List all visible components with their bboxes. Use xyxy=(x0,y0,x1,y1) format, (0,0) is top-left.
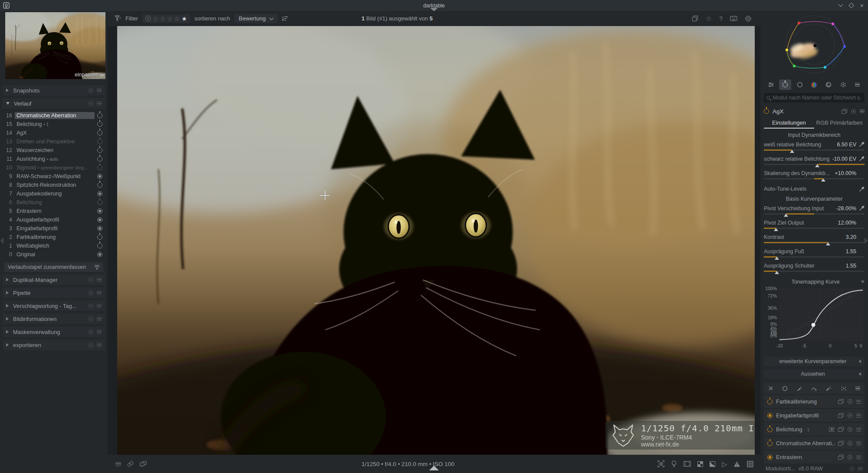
correction-modules-icon[interactable] xyxy=(822,79,835,90)
module-state-icon[interactable] xyxy=(97,235,102,240)
star-icon[interactable]: ☆ xyxy=(160,15,165,22)
favorite-modules-icon[interactable] xyxy=(794,79,806,90)
history-item[interactable]: 10 Sigmoid• szenenbezogene Vorg... xyxy=(3,163,105,172)
slider[interactable]: Pivot Ziel Output 12.00% xyxy=(764,219,865,231)
look-row[interactable]: Aussehen xyxy=(764,369,865,379)
navigation-thumbnail[interactable]: einpassen xyxy=(5,12,105,79)
presets-icon[interactable] xyxy=(856,400,861,404)
history-item[interactable]: 14 AgX xyxy=(3,129,105,137)
reset-icon[interactable] xyxy=(89,330,93,334)
reject-icon[interactable]: × xyxy=(145,16,151,21)
section-snapshots[interactable]: Snapshots xyxy=(3,85,105,96)
close-button[interactable]: × xyxy=(860,3,864,8)
module-order-footer[interactable]: Modulsorti... v5.0 RAW xyxy=(764,466,865,472)
reset-icon[interactable] xyxy=(89,343,93,347)
module-search[interactable] xyxy=(764,93,865,103)
module-row[interactable]: Entrastern xyxy=(764,451,865,463)
reset-icon[interactable] xyxy=(848,399,852,404)
active-modules-icon[interactable] xyxy=(779,79,791,90)
module-state-icon[interactable] xyxy=(97,130,102,136)
module-state-icon[interactable] xyxy=(97,208,102,214)
module-state-icon[interactable] xyxy=(97,174,102,179)
module-power-icon[interactable] xyxy=(767,399,773,404)
tonemapping-curve-header[interactable]: Tonemapping Kurve xyxy=(764,279,865,285)
softproof-icon[interactable] xyxy=(710,461,715,467)
history-item[interactable]: 4 Ausgabefarbprofil xyxy=(3,215,105,224)
module-search-input[interactable] xyxy=(773,95,862,101)
mask-presets-icon[interactable] xyxy=(855,387,860,390)
guide-lines-icon[interactable] xyxy=(747,461,753,467)
module-state-icon[interactable] xyxy=(97,156,102,162)
mask-brush-icon[interactable] xyxy=(796,386,802,391)
advanced-curve-params-row[interactable]: erweiterte Kurvenparameter xyxy=(764,357,865,366)
left-panel-section[interactable]: Duplikat-Manager xyxy=(3,275,105,285)
module-row[interactable]: Chromatische Aberrati... xyxy=(764,437,865,450)
slider-track[interactable] xyxy=(764,149,865,152)
reset-icon[interactable] xyxy=(89,317,93,321)
reset-icon[interactable] xyxy=(89,88,93,93)
reset-icon[interactable] xyxy=(89,304,93,308)
minimize-button[interactable] xyxy=(839,4,842,7)
module-state-icon[interactable] xyxy=(97,165,102,170)
presets-icon[interactable] xyxy=(860,109,865,113)
left-panel-collapse-arrow[interactable] xyxy=(0,237,3,244)
history-item[interactable]: 6 Belichtung xyxy=(3,198,105,207)
instances-icon[interactable] xyxy=(838,413,844,418)
overlays-star-icon[interactable]: ☆ xyxy=(706,14,712,23)
reset-icon[interactable] xyxy=(850,466,855,471)
module-state-icon[interactable] xyxy=(97,217,102,222)
history-item[interactable]: 15 Belichtung• 1 xyxy=(3,120,105,129)
module-state-icon[interactable] xyxy=(97,226,102,231)
history-item[interactable]: 0 Original xyxy=(3,250,105,259)
reset-icon[interactable] xyxy=(848,441,852,446)
module-header-agx[interactable]: AgX xyxy=(764,106,865,116)
module-presets-icon[interactable] xyxy=(852,79,864,90)
history-item[interactable]: 2 Farbkalibrierung xyxy=(3,233,105,241)
reset-icon[interactable] xyxy=(848,455,852,460)
slider-track[interactable] xyxy=(764,163,865,167)
left-panel-section[interactable]: exportieren xyxy=(3,340,105,350)
slider-track[interactable] xyxy=(764,270,865,274)
star-icon[interactable]: ☆ xyxy=(167,15,173,22)
history-item[interactable]: 13 Drehen und Perspektive xyxy=(3,137,105,146)
presets-icon[interactable] xyxy=(856,428,861,431)
module-power-icon[interactable] xyxy=(767,413,773,418)
reset-icon[interactable] xyxy=(848,413,852,418)
module-state-icon[interactable] xyxy=(97,182,102,188)
history-item[interactable]: 3 Eingabefarbprofil xyxy=(3,224,105,233)
overexposure-warning-icon[interactable] xyxy=(733,461,740,467)
module-state-icon[interactable] xyxy=(97,252,102,257)
module-state-icon[interactable] xyxy=(97,113,102,118)
focus-peaking-icon[interactable] xyxy=(658,460,664,467)
left-panel-section[interactable]: Verschlagwortung - Tag... xyxy=(3,301,105,311)
filmstrip-expander[interactable] xyxy=(429,466,439,470)
instances-icon[interactable] xyxy=(838,455,844,460)
mask-indicator-icon[interactable] xyxy=(829,427,834,432)
slider-track[interactable] xyxy=(764,255,865,259)
compress-history-button[interactable]: Verlaufsstapel zusammenfassen xyxy=(4,262,103,272)
presets-icon[interactable] xyxy=(97,330,102,334)
module-state-icon[interactable] xyxy=(97,200,102,205)
history-item[interactable]: 11 Ausrichtung• auto xyxy=(3,155,105,163)
slider[interactable]: weiß relative Belichtung 6.50 EV xyxy=(764,141,865,152)
reset-icon[interactable] xyxy=(89,278,93,282)
slider[interactable]: Pivot Verschiebung Input -28.00% xyxy=(764,205,865,216)
color-picker-icon[interactable] xyxy=(859,186,865,192)
left-panel-section[interactable]: Pipette xyxy=(3,288,105,298)
presets-icon[interactable] xyxy=(97,89,102,92)
star-icon[interactable]: ★ xyxy=(181,15,187,22)
mask-circle-icon[interactable] xyxy=(782,386,788,391)
module-state-icon[interactable] xyxy=(97,243,102,248)
presets-icon[interactable] xyxy=(97,102,102,105)
instances-icon[interactable] xyxy=(838,399,844,404)
color-picker-icon[interactable] xyxy=(859,142,865,147)
instances-icon[interactable] xyxy=(842,109,847,114)
presets-icon[interactable] xyxy=(856,414,861,417)
color-assessment-lamp-icon[interactable] xyxy=(671,460,677,468)
module-power-icon[interactable] xyxy=(767,441,773,446)
module-power-icon[interactable] xyxy=(767,455,773,460)
module-state-icon[interactable] xyxy=(97,139,102,144)
presets-icon[interactable] xyxy=(856,442,861,445)
effects-modules-icon[interactable] xyxy=(837,79,849,90)
module-row[interactable]: Belichtung· 1 xyxy=(764,423,865,436)
